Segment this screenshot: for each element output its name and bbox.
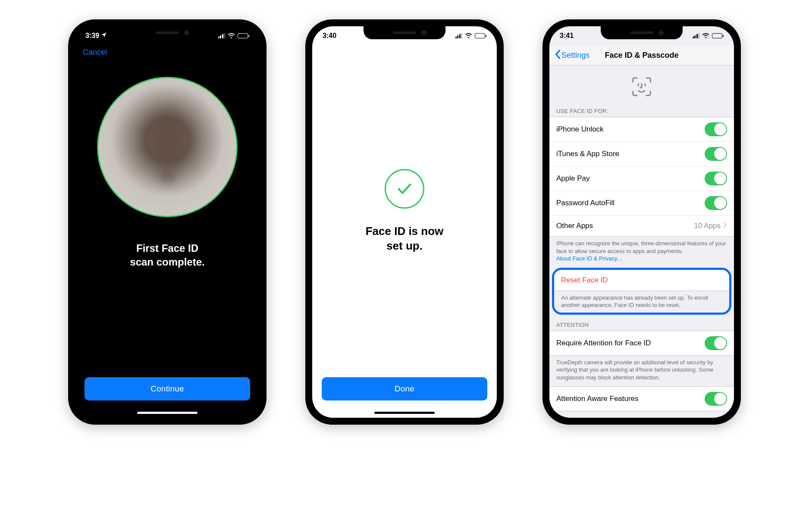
home-indicator[interactable] [137, 412, 198, 414]
done-button[interactable]: Done [322, 377, 487, 401]
status-time: 3:39 [85, 32, 99, 40]
battery-icon [475, 33, 486, 38]
attention-footer: TrueDepth camera will provide an additio… [549, 356, 734, 387]
phone-frame-2: 3:40 Face ID is now set up. [305, 19, 504, 425]
home-indicator[interactable] [374, 412, 435, 414]
cell-signal-icon [218, 33, 226, 38]
status-time: 3:41 [560, 32, 574, 40]
wifi-icon [702, 33, 709, 39]
switch-apple-pay[interactable] [705, 172, 727, 185]
settings-content[interactable]: USE FACE ID FOR: iPhone Unlock iTunes & … [549, 66, 734, 418]
chevron-left-icon [555, 50, 561, 61]
continue-button[interactable]: Continue [85, 377, 250, 401]
privacy-footer: iPhone can recognize the unique, three-d… [549, 237, 734, 268]
section-header-attention: ATTENTION [549, 318, 734, 331]
highlight-reset-faceid: Reset Face ID An alternate appearance ha… [552, 268, 731, 315]
row-label: iTunes & App Store [556, 150, 619, 158]
row-reset-faceid[interactable]: Reset Face ID [554, 270, 729, 291]
battery-icon [238, 33, 249, 38]
switch-password-autofill[interactable] [705, 196, 727, 210]
screen-faceid-setup-done: 3:40 Face ID is now set up. [312, 26, 497, 418]
switch-attention-aware[interactable] [705, 392, 727, 406]
row-attention-aware[interactable]: Attention Aware Features [549, 387, 734, 411]
cell-signal-icon [693, 33, 700, 38]
switch-itunes-appstore[interactable] [705, 147, 727, 161]
scan-complete-message: First Face ID scan complete. [130, 241, 204, 269]
row-itunes-appstore[interactable]: iTunes & App Store [549, 142, 734, 166]
notch [601, 26, 683, 39]
row-label: Attention Aware Features [556, 394, 639, 403]
switch-iphone-unlock[interactable] [705, 122, 727, 136]
other-apps-count: 10 Apps [694, 222, 721, 230]
cancel-button[interactable]: Cancel [75, 45, 115, 59]
status-time: 3:40 [323, 32, 336, 40]
nav-title: Face ID & Passcode [605, 51, 678, 60]
switch-require-attention[interactable] [705, 336, 727, 350]
row-apple-pay[interactable]: Apple Pay [549, 166, 734, 191]
wifi-icon [228, 33, 235, 39]
notch [126, 26, 208, 39]
nav-bar: Settings Face ID & Passcode [549, 45, 734, 66]
wifi-icon [465, 33, 472, 39]
setup-done-message: Face ID is now set up. [366, 224, 444, 253]
row-label: Require Attention for Face ID [556, 339, 651, 347]
reset-footer: An alternate appearance has already been… [554, 291, 729, 312]
row-label: Password AutoFill [556, 199, 615, 207]
phone-frame-3: 3:41 Settings [542, 19, 741, 425]
screen-faceid-scan-complete: 3:39 Cancel [75, 26, 260, 418]
about-faceid-privacy-link[interactable]: About Face ID & Privacy… [556, 255, 623, 262]
row-label: iPhone Unlock [556, 125, 604, 134]
face-scan-preview [97, 77, 238, 217]
row-label: Apple Pay [556, 174, 590, 183]
success-check-icon [385, 169, 424, 209]
reset-faceid-label: Reset Face ID [561, 276, 608, 285]
row-label: Other Apps [556, 222, 593, 230]
location-icon [101, 32, 107, 40]
screen-faceid-settings: 3:41 Settings [549, 26, 734, 418]
row-password-autofill[interactable]: Password AutoFill [549, 191, 734, 216]
section-header-use-for: USE FACE ID FOR: [549, 104, 734, 117]
back-button[interactable]: Settings [553, 45, 591, 65]
cell-signal-icon [455, 33, 463, 38]
row-iphone-unlock[interactable]: iPhone Unlock [549, 117, 734, 142]
chevron-right-icon [723, 222, 727, 230]
notch [364, 26, 445, 39]
row-require-attention[interactable]: Require Attention for Face ID [549, 331, 734, 355]
back-label: Settings [561, 51, 590, 60]
faceid-icon [549, 66, 734, 104]
battery-icon [712, 33, 724, 38]
row-other-apps[interactable]: Other Apps 10 Apps [549, 216, 734, 236]
phone-frame-1: 3:39 Cancel [68, 19, 267, 425]
